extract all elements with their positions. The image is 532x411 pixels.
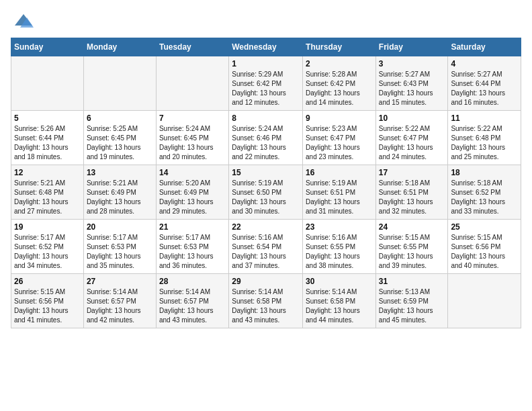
day-number: 16: [306, 168, 373, 177]
calendar-cell: 3Sunrise: 5:27 AMSunset: 6:43 PMDaylight…: [375, 56, 448, 111]
day-info: Sunrise: 5:20 AMSunset: 6:49 PMDaylight:…: [159, 179, 226, 216]
day-info: Sunrise: 5:24 AMSunset: 6:46 PMDaylight:…: [232, 124, 300, 162]
day-info: Sunrise: 5:18 AMSunset: 6:52 PMDaylight:…: [451, 179, 518, 216]
calendar-cell: 21Sunrise: 5:17 AMSunset: 6:53 PMDayligh…: [156, 220, 228, 274]
calendar-cell: 2Sunrise: 5:28 AMSunset: 6:42 PMDaylight…: [303, 56, 376, 111]
day-number: 2: [306, 59, 373, 68]
calendar-cell: [156, 56, 228, 111]
calendar-cell: 28Sunrise: 5:14 AMSunset: 6:57 PMDayligh…: [156, 274, 228, 328]
day-info: Sunrise: 5:17 AMSunset: 6:53 PMDaylight:…: [159, 233, 226, 271]
day-info: Sunrise: 5:21 AMSunset: 6:48 PMDaylight:…: [14, 179, 81, 216]
header-cell-saturday: Saturday: [448, 38, 521, 56]
week-row-1: 1Sunrise: 5:29 AMSunset: 6:42 PMDaylight…: [11, 56, 521, 111]
day-number: 28: [159, 277, 226, 286]
calendar-body: 1Sunrise: 5:29 AMSunset: 6:42 PMDaylight…: [11, 56, 521, 328]
header-row: SundayMondayTuesdayWednesdayThursdayFrid…: [11, 38, 521, 56]
calendar-cell: 8Sunrise: 5:24 AMSunset: 6:46 PMDaylight…: [229, 111, 303, 165]
day-info: Sunrise: 5:15 AMSunset: 6:55 PMDaylight:…: [379, 233, 445, 271]
day-number: 10: [379, 113, 445, 123]
calendar-cell: [448, 274, 521, 328]
day-info: Sunrise: 5:19 AMSunset: 6:50 PMDaylight:…: [232, 179, 300, 216]
day-info: Sunrise: 5:16 AMSunset: 6:55 PMDaylight:…: [306, 233, 373, 271]
calendar-cell: 6Sunrise: 5:25 AMSunset: 6:45 PMDaylight…: [83, 111, 156, 165]
day-info: Sunrise: 5:26 AMSunset: 6:44 PMDaylight:…: [14, 124, 81, 162]
day-number: 15: [232, 168, 300, 177]
calendar-cell: 20Sunrise: 5:17 AMSunset: 6:53 PMDayligh…: [83, 220, 156, 274]
calendar-cell: 14Sunrise: 5:20 AMSunset: 6:49 PMDayligh…: [156, 165, 228, 220]
day-number: 27: [87, 277, 153, 286]
day-info: Sunrise: 5:21 AMSunset: 6:49 PMDaylight:…: [87, 179, 153, 216]
calendar-cell: 9Sunrise: 5:23 AMSunset: 6:47 PMDaylight…: [303, 111, 376, 165]
page-header: [11, 11, 521, 31]
calendar-cell: 1Sunrise: 5:29 AMSunset: 6:42 PMDaylight…: [229, 56, 303, 111]
day-number: 14: [159, 168, 226, 177]
day-number: 17: [379, 168, 445, 177]
day-number: 24: [379, 222, 445, 232]
week-row-4: 19Sunrise: 5:17 AMSunset: 6:52 PMDayligh…: [11, 220, 521, 274]
day-info: Sunrise: 5:24 AMSunset: 6:45 PMDaylight:…: [159, 124, 226, 162]
calendar-cell: 25Sunrise: 5:15 AMSunset: 6:56 PMDayligh…: [448, 220, 521, 274]
day-info: Sunrise: 5:27 AMSunset: 6:43 PMDaylight:…: [379, 70, 445, 107]
day-number: 21: [159, 222, 226, 232]
calendar-cell: 17Sunrise: 5:18 AMSunset: 6:51 PMDayligh…: [375, 165, 448, 220]
day-number: 30: [306, 277, 373, 286]
week-row-2: 5Sunrise: 5:26 AMSunset: 6:44 PMDaylight…: [11, 111, 521, 165]
day-info: Sunrise: 5:14 AMSunset: 6:57 PMDaylight:…: [87, 287, 153, 325]
day-number: 25: [451, 222, 518, 232]
calendar-cell: 29Sunrise: 5:14 AMSunset: 6:58 PMDayligh…: [229, 274, 303, 328]
logo-icon: [13, 11, 34, 31]
calendar-cell: 13Sunrise: 5:21 AMSunset: 6:49 PMDayligh…: [83, 165, 156, 220]
calendar-cell: 4Sunrise: 5:27 AMSunset: 6:44 PMDaylight…: [448, 56, 521, 111]
day-info: Sunrise: 5:29 AMSunset: 6:42 PMDaylight:…: [232, 70, 300, 107]
day-info: Sunrise: 5:15 AMSunset: 6:56 PMDaylight:…: [14, 287, 81, 325]
calendar-cell: 11Sunrise: 5:22 AMSunset: 6:48 PMDayligh…: [448, 111, 521, 165]
day-number: 23: [306, 222, 373, 232]
day-number: 11: [451, 113, 518, 123]
calendar-cell: 26Sunrise: 5:15 AMSunset: 6:56 PMDayligh…: [11, 274, 84, 328]
calendar-cell: 7Sunrise: 5:24 AMSunset: 6:45 PMDaylight…: [156, 111, 228, 165]
day-info: Sunrise: 5:14 AMSunset: 6:57 PMDaylight:…: [159, 287, 226, 325]
day-number: 3: [379, 59, 445, 68]
day-info: Sunrise: 5:27 AMSunset: 6:44 PMDaylight:…: [451, 70, 518, 107]
header-cell-wednesday: Wednesday: [229, 38, 303, 56]
day-number: 19: [14, 222, 81, 232]
day-info: Sunrise: 5:14 AMSunset: 6:58 PMDaylight:…: [232, 287, 300, 325]
day-number: 31: [379, 277, 445, 286]
calendar-cell: 16Sunrise: 5:19 AMSunset: 6:51 PMDayligh…: [303, 165, 376, 220]
day-info: Sunrise: 5:28 AMSunset: 6:42 PMDaylight:…: [306, 70, 373, 107]
header-cell-sunday: Sunday: [11, 38, 84, 56]
day-info: Sunrise: 5:25 AMSunset: 6:45 PMDaylight:…: [87, 124, 153, 162]
calendar-cell: 31Sunrise: 5:13 AMSunset: 6:59 PMDayligh…: [375, 274, 448, 328]
header-cell-thursday: Thursday: [303, 38, 376, 56]
header-cell-friday: Friday: [375, 38, 448, 56]
day-info: Sunrise: 5:15 AMSunset: 6:56 PMDaylight:…: [451, 233, 518, 271]
calendar-cell: 24Sunrise: 5:15 AMSunset: 6:55 PMDayligh…: [375, 220, 448, 274]
week-row-5: 26Sunrise: 5:15 AMSunset: 6:56 PMDayligh…: [11, 274, 521, 328]
calendar-cell: 18Sunrise: 5:18 AMSunset: 6:52 PMDayligh…: [448, 165, 521, 220]
logo: [11, 11, 34, 31]
calendar-cell: 15Sunrise: 5:19 AMSunset: 6:50 PMDayligh…: [229, 165, 303, 220]
calendar-cell: 5Sunrise: 5:26 AMSunset: 6:44 PMDaylight…: [11, 111, 84, 165]
day-number: 1: [232, 59, 300, 68]
calendar-cell: 19Sunrise: 5:17 AMSunset: 6:52 PMDayligh…: [11, 220, 84, 274]
day-number: 9: [306, 113, 373, 123]
calendar-header: SundayMondayTuesdayWednesdayThursdayFrid…: [11, 38, 521, 56]
header-cell-monday: Monday: [83, 38, 156, 56]
day-info: Sunrise: 5:14 AMSunset: 6:58 PMDaylight:…: [306, 287, 373, 325]
calendar-table: SundayMondayTuesdayWednesdayThursdayFrid…: [11, 38, 521, 328]
calendar-cell: 23Sunrise: 5:16 AMSunset: 6:55 PMDayligh…: [303, 220, 376, 274]
calendar-cell: 12Sunrise: 5:21 AMSunset: 6:48 PMDayligh…: [11, 165, 84, 220]
calendar-cell: 10Sunrise: 5:22 AMSunset: 6:47 PMDayligh…: [375, 111, 448, 165]
day-number: 18: [451, 168, 518, 177]
calendar-cell: 22Sunrise: 5:16 AMSunset: 6:54 PMDayligh…: [229, 220, 303, 274]
calendar-cell: [11, 56, 84, 111]
day-number: 20: [87, 222, 153, 232]
day-info: Sunrise: 5:19 AMSunset: 6:51 PMDaylight:…: [306, 179, 373, 216]
day-info: Sunrise: 5:16 AMSunset: 6:54 PMDaylight:…: [232, 233, 300, 271]
day-number: 22: [232, 222, 300, 232]
header-cell-tuesday: Tuesday: [156, 38, 228, 56]
day-info: Sunrise: 5:22 AMSunset: 6:47 PMDaylight:…: [379, 124, 445, 162]
day-info: Sunrise: 5:17 AMSunset: 6:52 PMDaylight:…: [14, 233, 81, 271]
calendar-cell: 30Sunrise: 5:14 AMSunset: 6:58 PMDayligh…: [303, 274, 376, 328]
calendar-cell: 27Sunrise: 5:14 AMSunset: 6:57 PMDayligh…: [83, 274, 156, 328]
